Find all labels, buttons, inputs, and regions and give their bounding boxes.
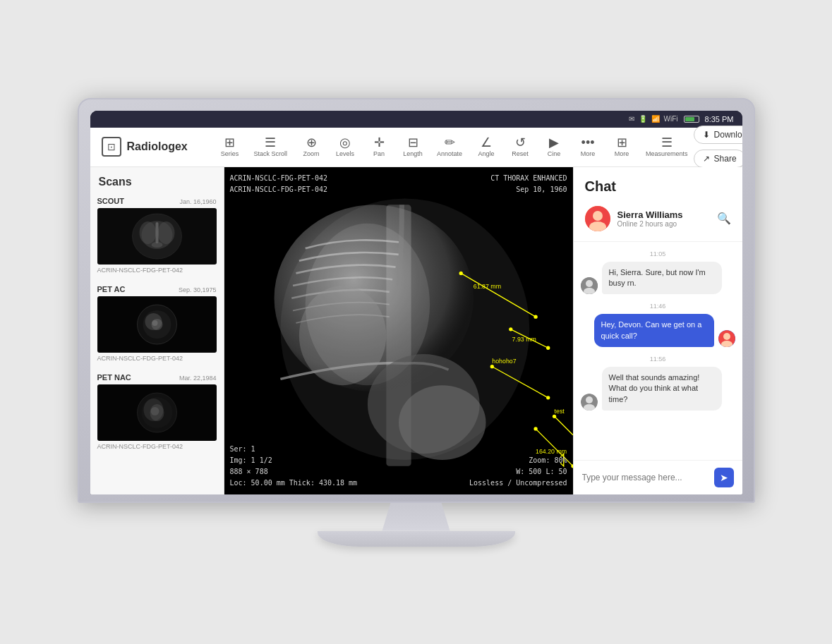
scan-thumbnail-scout <box>97 208 217 265</box>
cine-icon: ▶ <box>549 136 559 149</box>
toolbar-stack-scroll[interactable]: ☰ Stack Scroll <box>248 133 294 160</box>
scan-item-petac[interactable]: PET AC Sep. 30,1975 <box>97 285 217 362</box>
monitor-wrapper: ✉ 🔋 📶 WiFi 8:35 PM ⊡ <box>64 98 769 547</box>
message-row-3: Well that sounds amazing! What do you th… <box>581 367 735 411</box>
series-label: Series <box>221 150 239 157</box>
levels-label: Levels <box>336 150 354 157</box>
chat-contact-info: Sierra Williams Online 2 hours ago <box>617 209 710 228</box>
monitor-screen-outer: ✉ 🔋 📶 WiFi 8:35 PM ⊡ <box>78 98 755 503</box>
svg-point-33 <box>546 346 550 349</box>
monitor-bezel: ✉ 🔋 📶 WiFi 8:35 PM ⊡ <box>90 111 742 494</box>
scans-title: Scans <box>97 176 217 188</box>
scan-item-header-petac: PET AC Sep. 30,1975 <box>97 285 217 293</box>
viewer-overlay-top-left: ACRIN-NSCLC-FDG-PET-042 ACRIN-NSCLC-FDG-… <box>230 173 327 195</box>
message-bubble-2: Hey, Devon. Can we get on a quick call? <box>594 314 714 347</box>
scan-item-header-scout: SCOUT Jan. 16,1960 <box>97 197 217 205</box>
message-bubble-3: Well that sounds amazing! What do you th… <box>602 367 722 411</box>
svg-point-40 <box>552 414 555 418</box>
scan-thumbnail-petnac <box>97 384 217 441</box>
svg-point-26 <box>399 385 486 460</box>
chat-contact-name: Sierra Williams <box>617 209 710 220</box>
svg-point-37 <box>546 396 550 399</box>
svg-text:164.20 mm: 164.20 mm <box>536 448 567 455</box>
stack-scroll-label: Stack Scroll <box>254 150 288 157</box>
viewer-scan-type: CT THORAX ENHANCED <box>490 173 567 184</box>
scan-type-petnac: PET NAC <box>97 373 131 382</box>
logo-text: Radiologex <box>127 140 188 153</box>
toolbar-more2[interactable]: ⊞ More <box>606 133 637 160</box>
svg-point-47 <box>593 211 603 221</box>
scan-thumbnail-petac <box>97 296 217 353</box>
chat-messages: 11:05 Hi, Sierra <box>574 242 742 460</box>
logo-icon: ⊡ <box>102 137 121 157</box>
battery-fill <box>685 117 695 121</box>
measurements-icon: ☰ <box>661 136 673 149</box>
chat-contact-avatar <box>585 206 610 231</box>
svg-point-18 <box>150 407 159 415</box>
chat-header: Chat Sierra Wil <box>574 167 742 242</box>
svg-point-6 <box>151 242 162 248</box>
svg-point-43 <box>533 427 537 430</box>
scan-item-scout[interactable]: SCOUT Jan. 16,1960 <box>97 197 217 274</box>
share-label: Share <box>714 154 737 164</box>
reset-label: Reset <box>512 150 529 157</box>
message-avatar-other2 <box>581 394 598 411</box>
svg-point-29 <box>533 315 537 318</box>
stack-scroll-icon: ☰ <box>265 136 276 149</box>
scan-id-petac: ACRIN-NSCLC-FDG-PET-042 <box>97 355 217 362</box>
more1-label: More <box>581 150 596 157</box>
cine-label: Cine <box>548 150 561 157</box>
status-bar: ✉ 🔋 📶 WiFi 8:35 PM <box>90 111 742 128</box>
top-nav-actions: ⬇ Download 💬 Chat ↗ Share <box>694 126 742 168</box>
share-icon: ↗ <box>703 154 710 164</box>
toolbar-measurements[interactable]: ☰ Measurements <box>640 133 694 160</box>
toolbar-series[interactable]: ⊞ Series <box>215 133 246 160</box>
more1-icon: ••• <box>581 136 595 149</box>
toolbar-pan[interactable]: ✛ Pan <box>363 133 394 160</box>
scan-type-scout: SCOUT <box>97 197 125 205</box>
viewer-study-id-1: ACRIN-NSCLC-FDG-PET-042 <box>230 173 327 184</box>
toolbar-angle[interactable]: ∠ Angle <box>471 133 502 160</box>
chat-send-button[interactable]: ➤ <box>714 468 734 487</box>
toolbar-annotate[interactable]: ✏ Annotate <box>431 133 468 160</box>
scan-date-petac: Sep. 30,1975 <box>179 286 217 293</box>
svg-text:hohoho7: hohoho7 <box>492 358 516 365</box>
chat-search-icon[interactable]: 🔍 <box>717 212 731 225</box>
status-time: 8:35 PM <box>705 115 734 123</box>
svg-point-36 <box>490 365 493 368</box>
toolbar-zoom[interactable]: ⊕ Zoom <box>296 133 327 160</box>
chat-input[interactable] <box>582 473 709 482</box>
pan-label: Pan <box>373 150 385 157</box>
toolbar-cine[interactable]: ▶ Cine <box>538 133 569 160</box>
toolbar-length[interactable]: ⊟ Length <box>397 133 428 160</box>
share-button[interactable]: ↗ Share <box>694 150 742 168</box>
scans-sidebar: Scans SCOUT Jan. 16,1960 <box>90 167 224 494</box>
svg-text:61.87 mm: 61.87 mm <box>473 283 500 290</box>
message-time-3: 11:56 <box>581 356 735 363</box>
toolbar-more1[interactable]: ••• More <box>572 133 603 160</box>
toolbar-levels[interactable]: ◎ Levels <box>330 133 361 160</box>
viewer-loc: Loc: 50.00 mm Thick: 430.18 mm <box>230 478 358 489</box>
svg-point-3 <box>139 221 156 244</box>
svg-text:test: test <box>554 407 565 414</box>
download-button[interactable]: ⬇ Download <box>694 126 742 144</box>
viewer-series: Ser: 1 <box>230 444 358 455</box>
toolbar-reset[interactable]: ↺ Reset <box>505 133 536 160</box>
message-avatar-own <box>718 330 735 347</box>
viewer-area[interactable]: 61.87 mm 7.93 mm hohoh <box>224 167 573 494</box>
message-time-1: 11:05 <box>581 250 735 257</box>
scan-date-petnac: Mar. 22,1984 <box>179 375 217 382</box>
levels-icon: ◎ <box>339 136 351 149</box>
message-avatar-other <box>581 277 598 294</box>
svg-point-50 <box>586 280 593 287</box>
svg-point-12 <box>152 320 157 326</box>
battery-indicator <box>684 116 699 123</box>
scan-item-petnac[interactable]: PET NAC Mar. 22,1984 <box>97 373 217 450</box>
more2-label: More <box>615 150 629 157</box>
annotate-label: Annotate <box>437 150 462 157</box>
scan-item-header-petnac: PET NAC Mar. 22,1984 <box>97 373 217 382</box>
viewer-overlay-bottom-left: Ser: 1 Img: 1 1/2 888 × 788 Loc: 50.00 m… <box>230 444 358 489</box>
svg-point-56 <box>586 396 593 403</box>
length-icon: ⊟ <box>408 136 418 149</box>
signal-icon: 📶 <box>651 115 660 123</box>
